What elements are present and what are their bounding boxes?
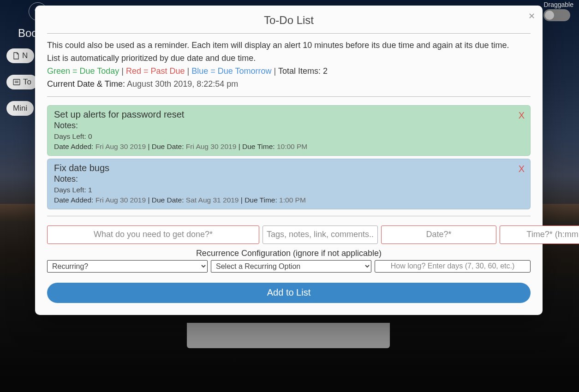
todo-item: X Set up alerts for password reset Notes… bbox=[47, 105, 531, 156]
item-due-time-value: 1:00 PM bbox=[279, 196, 306, 204]
todo-modal: ✕ To-Do List This could also be used as … bbox=[35, 6, 543, 315]
recurrence-inputs: Recurring? Select a Recurring Option bbox=[47, 260, 531, 273]
recurring-select[interactable]: Recurring? bbox=[47, 260, 208, 273]
item-days-left-label: Days Left: bbox=[54, 132, 86, 140]
legend-red: Red = Past Due bbox=[126, 66, 185, 76]
legend-blue: Blue = Due Tomorrow bbox=[191, 66, 271, 76]
legend-sep: | bbox=[274, 66, 278, 76]
legend-sep: | bbox=[121, 66, 126, 76]
item-date-added-value: Fri Aug 30 2019 bbox=[96, 143, 146, 150]
draggable-label: Draggable bbox=[543, 1, 573, 8]
bg-pill-todo-label: To bbox=[23, 77, 31, 87]
current-datetime-value: August 30th 2019, 8:22:54 pm bbox=[127, 79, 238, 89]
item-due-date-value: Sat Aug 31 2019 bbox=[186, 196, 239, 204]
divider bbox=[47, 96, 531, 97]
item-notes-label: Notes: bbox=[54, 174, 78, 184]
item-title: Fix date bugs bbox=[54, 163, 524, 173]
item-notes: Notes: bbox=[54, 121, 524, 131]
item-date-added-label: Date Added: bbox=[54, 196, 93, 204]
item-date-added-value: Fri Aug 30 2019 bbox=[96, 196, 146, 204]
current-datetime: Current Date & Time: August 30th 2019, 8… bbox=[47, 78, 531, 91]
howlong-input[interactable] bbox=[375, 260, 531, 273]
item-due-date-label: Due Date: bbox=[152, 143, 184, 150]
todo-item: X Fix date bugs Notes: Days Left: 1 Date… bbox=[47, 159, 531, 209]
item-due-time-value: 10:00 PM bbox=[277, 143, 307, 150]
draggable-control: Draggable bbox=[543, 1, 573, 21]
delete-item-button[interactable]: X bbox=[519, 164, 525, 174]
bg-pill-new[interactable]: N bbox=[6, 48, 34, 63]
item-due-date-label: Due Date: bbox=[152, 196, 184, 204]
intro-line-2: List is automatically prioritized by due… bbox=[47, 52, 531, 65]
date-input[interactable] bbox=[381, 226, 496, 244]
intro-block: This could also be used as a reminder. E… bbox=[47, 34, 531, 91]
bg-pill-new-label: N bbox=[22, 51, 28, 60]
new-item-inputs bbox=[47, 226, 531, 244]
item-days-left-label: Days Left: bbox=[54, 186, 86, 194]
file-icon bbox=[13, 52, 19, 59]
time-input[interactable] bbox=[500, 226, 579, 244]
item-days-left-value: 0 bbox=[88, 132, 92, 140]
item-notes: Notes: bbox=[54, 174, 524, 184]
task-input[interactable] bbox=[47, 226, 259, 244]
bg-pill-todo[interactable]: To bbox=[6, 75, 38, 89]
intro-line-1: This could also be used as a reminder. E… bbox=[47, 39, 531, 52]
legend-total-value: 2 bbox=[323, 66, 328, 76]
recurring-option-select[interactable]: Select a Recurring Option bbox=[211, 260, 371, 273]
item-due-date-value: Fri Aug 30 2019 bbox=[186, 143, 236, 150]
delete-item-button[interactable]: X bbox=[519, 110, 525, 121]
legend-line: Green = Due Today | Red = Past Due | Blu… bbox=[47, 65, 531, 78]
bg-pill-mini[interactable]: Mini bbox=[6, 101, 34, 116]
svg-rect-1 bbox=[13, 79, 20, 85]
background-panel bbox=[187, 323, 390, 348]
item-title: Set up alerts for password reset bbox=[54, 109, 524, 120]
item-date-added-label: Date Added: bbox=[54, 143, 93, 150]
divider bbox=[47, 216, 531, 216]
item-days-left: Days Left: 1 bbox=[54, 186, 524, 194]
list-icon bbox=[13, 79, 20, 85]
item-due-time-label: Due Time: bbox=[245, 196, 277, 204]
modal-title: To-Do List bbox=[47, 6, 531, 33]
add-to-list-button[interactable]: Add to List bbox=[47, 283, 531, 303]
item-days-left-value: 1 bbox=[88, 186, 92, 194]
item-notes-label: Notes: bbox=[54, 121, 78, 130]
close-button[interactable]: ✕ bbox=[528, 12, 535, 20]
bg-pill-mini-label: Mini bbox=[13, 104, 27, 113]
legend-total-label: Total Items: bbox=[278, 66, 321, 76]
current-datetime-label: Current Date & Time: bbox=[47, 79, 125, 89]
legend-sep: | bbox=[187, 66, 192, 76]
item-due-time-label: Due Time: bbox=[242, 143, 275, 150]
item-days-left: Days Left: 0 bbox=[54, 132, 524, 141]
draggable-toggle[interactable] bbox=[543, 9, 570, 21]
item-dates: Date Added: Fri Aug 30 2019 | Due Date: … bbox=[54, 143, 524, 151]
notes-input[interactable] bbox=[263, 226, 378, 244]
recurrence-heading: Recurrence Configuration (ignore if not … bbox=[47, 249, 531, 258]
item-dates: Date Added: Fri Aug 30 2019 | Due Date: … bbox=[54, 196, 524, 204]
legend-green: Green = Due Today bbox=[47, 66, 119, 76]
